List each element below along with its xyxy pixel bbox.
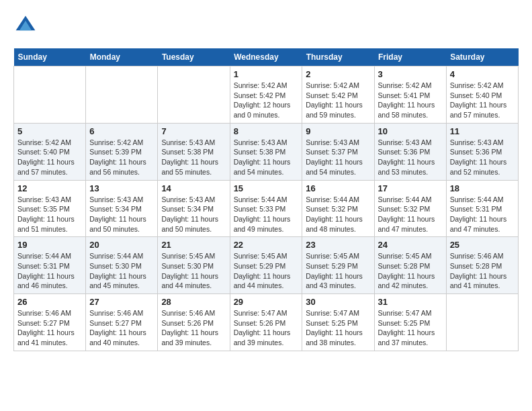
day-number: 3 [378,69,443,79]
day-number: 28 [161,297,226,307]
day-info: Sunrise: 5:43 AM Sunset: 5:38 PM Dayligh… [234,138,299,177]
week-row-5: 26Sunrise: 5:46 AM Sunset: 5:27 PM Dayli… [14,294,519,351]
day-number: 19 [17,240,82,250]
calendar-cell: 15Sunrise: 5:44 AM Sunset: 5:33 PM Dayli… [230,180,302,237]
day-info: Sunrise: 5:45 AM Sunset: 5:30 PM Dayligh… [161,251,226,291]
weekday-header-row: SundayMondayTuesdayWednesdayThursdayFrid… [14,48,519,66]
day-info: Sunrise: 5:44 AM Sunset: 5:30 PM Dayligh… [89,251,154,291]
day-number: 15 [234,183,299,193]
day-number: 18 [450,183,515,193]
calendar-cell: 11Sunrise: 5:43 AM Sunset: 5:36 PM Dayli… [446,123,518,180]
day-info: Sunrise: 5:46 AM Sunset: 5:27 PM Dayligh… [89,308,154,348]
calendar-cell: 13Sunrise: 5:43 AM Sunset: 5:34 PM Dayli… [86,180,158,237]
weekday-header-thursday: Thursday [302,48,374,66]
day-info: Sunrise: 5:43 AM Sunset: 5:36 PM Dayligh… [378,138,443,177]
calendar-cell: 8Sunrise: 5:43 AM Sunset: 5:38 PM Daylig… [230,123,302,180]
day-number: 14 [161,183,226,193]
day-number: 20 [89,240,154,250]
week-row-2: 5Sunrise: 5:42 AM Sunset: 5:40 PM Daylig… [14,123,519,180]
day-number: 13 [89,183,154,193]
calendar-cell [158,66,230,124]
day-info: Sunrise: 5:43 AM Sunset: 5:38 PM Dayligh… [161,138,226,177]
day-number: 27 [89,297,154,307]
weekday-header-tuesday: Tuesday [158,48,230,66]
day-number: 6 [89,126,154,136]
day-info: Sunrise: 5:42 AM Sunset: 5:42 PM Dayligh… [234,81,299,120]
day-info: Sunrise: 5:44 AM Sunset: 5:31 PM Dayligh… [17,251,82,291]
day-info: Sunrise: 5:44 AM Sunset: 5:32 PM Dayligh… [306,195,370,234]
day-info: Sunrise: 5:42 AM Sunset: 5:39 PM Dayligh… [89,138,154,177]
day-info: Sunrise: 5:45 AM Sunset: 5:28 PM Dayligh… [378,251,443,291]
logo-icon [13,13,38,38]
calendar-cell: 14Sunrise: 5:43 AM Sunset: 5:34 PM Dayli… [158,180,230,237]
day-info: Sunrise: 5:46 AM Sunset: 5:26 PM Dayligh… [161,308,226,348]
day-number: 10 [378,126,443,136]
calendar-cell: 25Sunrise: 5:46 AM Sunset: 5:28 PM Dayli… [446,237,518,294]
calendar-cell: 30Sunrise: 5:47 AM Sunset: 5:25 PM Dayli… [302,294,374,351]
day-number: 25 [450,240,515,250]
weekday-header-saturday: Saturday [446,48,518,66]
day-info: Sunrise: 5:43 AM Sunset: 5:37 PM Dayligh… [306,138,370,177]
day-info: Sunrise: 5:42 AM Sunset: 5:40 PM Dayligh… [17,138,82,177]
day-number: 4 [450,69,515,79]
calendar-cell: 9Sunrise: 5:43 AM Sunset: 5:37 PM Daylig… [302,123,374,180]
calendar-cell: 2Sunrise: 5:42 AM Sunset: 5:42 PM Daylig… [302,66,374,124]
day-info: Sunrise: 5:43 AM Sunset: 5:36 PM Dayligh… [450,138,515,177]
weekday-header-sunday: Sunday [14,48,86,66]
day-number: 5 [17,126,82,136]
calendar-cell: 20Sunrise: 5:44 AM Sunset: 5:30 PM Dayli… [86,237,158,294]
day-info: Sunrise: 5:43 AM Sunset: 5:34 PM Dayligh… [89,195,154,234]
day-number: 9 [306,126,370,136]
day-info: Sunrise: 5:44 AM Sunset: 5:32 PM Dayligh… [378,195,443,234]
day-info: Sunrise: 5:44 AM Sunset: 5:33 PM Dayligh… [234,195,299,234]
calendar-cell: 16Sunrise: 5:44 AM Sunset: 5:32 PM Dayli… [302,180,374,237]
calendar-cell: 19Sunrise: 5:44 AM Sunset: 5:31 PM Dayli… [14,237,86,294]
day-number: 21 [161,240,226,250]
day-number: 29 [234,297,299,307]
calendar-cell: 23Sunrise: 5:45 AM Sunset: 5:29 PM Dayli… [302,237,374,294]
week-row-1: 1Sunrise: 5:42 AM Sunset: 5:42 PM Daylig… [14,66,519,124]
logo [13,13,42,38]
calendar-cell: 21Sunrise: 5:45 AM Sunset: 5:30 PM Dayli… [158,237,230,294]
day-info: Sunrise: 5:47 AM Sunset: 5:25 PM Dayligh… [306,308,370,348]
calendar-cell [14,66,86,124]
day-number: 11 [450,126,515,136]
day-info: Sunrise: 5:47 AM Sunset: 5:25 PM Dayligh… [378,308,443,348]
day-number: 22 [234,240,299,250]
day-number: 17 [378,183,443,193]
weekday-header-wednesday: Wednesday [230,48,302,66]
calendar-cell [86,66,158,124]
calendar-cell: 1Sunrise: 5:42 AM Sunset: 5:42 PM Daylig… [230,66,302,124]
calendar-cell: 17Sunrise: 5:44 AM Sunset: 5:32 PM Dayli… [374,180,446,237]
day-number: 12 [17,183,82,193]
calendar-cell: 31Sunrise: 5:47 AM Sunset: 5:25 PM Dayli… [374,294,446,351]
page-header [13,13,519,38]
day-info: Sunrise: 5:42 AM Sunset: 5:40 PM Dayligh… [450,81,515,120]
calendar-cell: 6Sunrise: 5:42 AM Sunset: 5:39 PM Daylig… [86,123,158,180]
day-number: 2 [306,69,370,79]
calendar-cell: 26Sunrise: 5:46 AM Sunset: 5:27 PM Dayli… [14,294,86,351]
calendar-cell: 29Sunrise: 5:47 AM Sunset: 5:26 PM Dayli… [230,294,302,351]
day-info: Sunrise: 5:43 AM Sunset: 5:34 PM Dayligh… [161,195,226,234]
calendar-cell: 4Sunrise: 5:42 AM Sunset: 5:40 PM Daylig… [446,66,518,124]
calendar-cell: 3Sunrise: 5:42 AM Sunset: 5:41 PM Daylig… [374,66,446,124]
calendar-cell [446,294,518,351]
day-number: 8 [234,126,299,136]
calendar-cell: 5Sunrise: 5:42 AM Sunset: 5:40 PM Daylig… [14,123,86,180]
calendar-cell: 22Sunrise: 5:45 AM Sunset: 5:29 PM Dayli… [230,237,302,294]
day-info: Sunrise: 5:46 AM Sunset: 5:28 PM Dayligh… [450,251,515,291]
calendar-table: SundayMondayTuesdayWednesdayThursdayFrid… [13,48,519,351]
day-info: Sunrise: 5:47 AM Sunset: 5:26 PM Dayligh… [234,308,299,348]
calendar-cell: 12Sunrise: 5:43 AM Sunset: 5:35 PM Dayli… [14,180,86,237]
week-row-4: 19Sunrise: 5:44 AM Sunset: 5:31 PM Dayli… [14,237,519,294]
day-number: 1 [234,69,299,79]
day-number: 31 [378,297,443,307]
day-info: Sunrise: 5:46 AM Sunset: 5:27 PM Dayligh… [17,308,82,348]
day-info: Sunrise: 5:44 AM Sunset: 5:31 PM Dayligh… [450,195,515,234]
calendar-cell: 28Sunrise: 5:46 AM Sunset: 5:26 PM Dayli… [158,294,230,351]
weekday-header-friday: Friday [374,48,446,66]
day-info: Sunrise: 5:45 AM Sunset: 5:29 PM Dayligh… [234,251,299,291]
day-info: Sunrise: 5:42 AM Sunset: 5:42 PM Dayligh… [306,81,370,120]
day-info: Sunrise: 5:45 AM Sunset: 5:29 PM Dayligh… [306,251,370,291]
calendar-cell: 10Sunrise: 5:43 AM Sunset: 5:36 PM Dayli… [374,123,446,180]
